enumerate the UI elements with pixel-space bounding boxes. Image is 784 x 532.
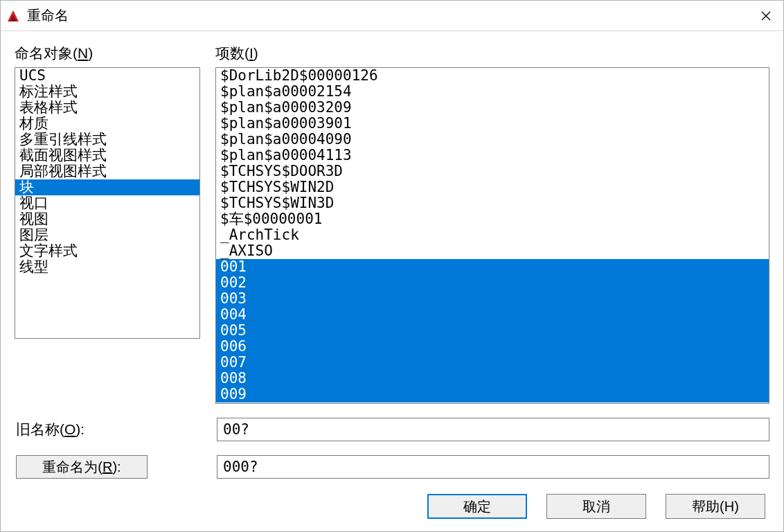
rename-dialog: 重命名 命名对象(N) UCS标注样式表格样式材质多重引线样式截面视图样式局部视… (0, 0, 784, 532)
named-object-item[interactable]: 图层 (15, 227, 199, 243)
list-item[interactable]: _AXISO (216, 243, 769, 259)
old-name-label: 旧名称(O): (15, 420, 200, 439)
list-item[interactable]: $TCHSYS$WIN3D (216, 195, 769, 211)
named-object-item[interactable]: 多重引线样式 (15, 132, 199, 148)
named-object-item[interactable]: 局部视图样式 (15, 163, 199, 179)
named-objects-listbox[interactable]: UCS标注样式表格样式材质多重引线样式截面视图样式局部视图样式块视口视图图层文字… (15, 67, 200, 339)
list-item[interactable]: 007 (216, 355, 769, 371)
named-object-item[interactable]: 块 (15, 179, 199, 195)
named-object-item[interactable]: 材质 (15, 116, 199, 132)
list-item[interactable]: $plan$a00004090 (216, 132, 769, 148)
named-object-item[interactable]: 表格样式 (15, 100, 199, 116)
close-button[interactable] (749, 1, 783, 31)
list-item[interactable]: 006 (216, 339, 769, 355)
list-item[interactable]: 009 (216, 387, 769, 402)
cancel-button[interactable]: 取消 (546, 494, 646, 519)
list-item[interactable]: 005 (216, 323, 769, 339)
rename-to-button[interactable]: 重命名为(R): (16, 455, 148, 479)
app-icon (6, 9, 20, 23)
list-item[interactable]: 002 (216, 275, 769, 291)
items-listbox[interactable]: $DorLib2D$00000126$plan$a00002154$plan$a… (215, 67, 769, 404)
named-object-item[interactable]: 线型 (15, 259, 199, 275)
items-label: 项数(I) (215, 44, 769, 63)
list-item[interactable]: $DorLib2D$00000126 (216, 68, 769, 84)
titlebar: 重命名 (1, 1, 783, 31)
named-object-item[interactable]: 截面视图样式 (15, 148, 199, 163)
list-item[interactable]: $TCHSYS$WIN2D (216, 179, 769, 195)
named-object-item[interactable]: UCS (15, 68, 199, 84)
close-icon (761, 7, 771, 25)
list-item[interactable]: 003 (216, 291, 769, 307)
named-object-item[interactable]: 文字样式 (15, 243, 199, 259)
list-item[interactable]: $plan$a00003209 (216, 100, 769, 116)
ok-button[interactable]: 确定 (427, 494, 527, 519)
list-item[interactable]: 004 (216, 307, 769, 323)
list-item[interactable]: 001 (216, 259, 769, 275)
list-item[interactable]: $plan$a00004113 (216, 148, 769, 163)
window-title: 重命名 (27, 6, 69, 25)
named-objects-label: 命名对象(N) (15, 44, 200, 63)
help-button[interactable]: 帮助(H) (666, 494, 765, 519)
rename-to-input[interactable] (217, 455, 769, 479)
list-item[interactable]: $TCHSYS$DOOR3D (216, 163, 769, 179)
named-object-item[interactable]: 标注样式 (15, 84, 199, 100)
named-object-item[interactable]: 视口 (15, 195, 199, 211)
named-object-item[interactable]: 视图 (15, 211, 199, 227)
list-item[interactable]: $车$00000001 (216, 211, 769, 227)
list-item[interactable]: _ArchTick (216, 227, 769, 243)
list-item[interactable]: $plan$a00003901 (216, 116, 769, 132)
old-name-input[interactable] (217, 418, 769, 441)
list-item[interactable]: $plan$a00002154 (216, 84, 769, 100)
list-item[interactable]: 008 (216, 371, 769, 387)
